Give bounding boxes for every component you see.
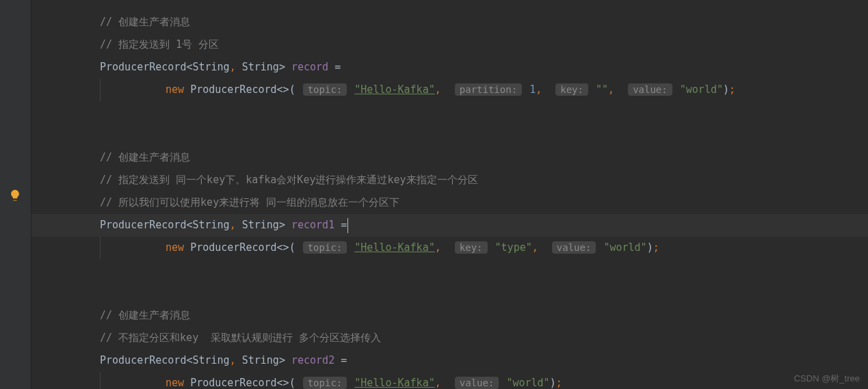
gutter — [0, 0, 31, 389]
code-line[interactable]: new ProducerRecord<>( topic: "Hello-Kafk… — [31, 79, 868, 101]
param-hint: partition: — [455, 83, 522, 96]
code-line[interactable] — [31, 124, 868, 146]
param-hint: value: — [455, 377, 499, 389]
code-line[interactable]: // 创建生产者消息 — [31, 11, 868, 33]
param-hint: value: — [628, 83, 672, 96]
code-line[interactable]: ProducerRecord<String, String> record1 = — [31, 214, 868, 237]
code-line[interactable]: // 不指定分区和key 采取默认规则进行 多个分区选择传入 — [31, 327, 868, 349]
param-hint: topic: — [303, 83, 347, 96]
param-hint: topic: — [303, 241, 347, 254]
code-line[interactable]: ProducerRecord<String, String> record2 = — [31, 349, 868, 372]
code-line[interactable]: ProducerRecord<String, String> record = — [31, 56, 868, 79]
code-line[interactable] — [31, 101, 868, 124]
code-line[interactable]: new ProducerRecord<>( topic: "Hello-Kafk… — [31, 372, 868, 389]
code-line[interactable]: new ProducerRecord<>( topic: "Hello-Kafk… — [31, 237, 868, 259]
param-hint: topic: — [303, 377, 347, 389]
code-editor[interactable]: // 创建生产者消息// 指定发送到 1号 分区ProducerRecord<S… — [31, 0, 868, 389]
code-line[interactable]: // 创建生产者消息 — [31, 304, 868, 327]
code-line[interactable]: // 所以我们可以使用key来进行将 同一组的消息放在一个分区下 — [31, 191, 868, 214]
lightbulb-icon[interactable] — [8, 189, 22, 202]
code-line[interactable]: // 创建生产者消息 — [31, 146, 868, 169]
param-hint: value: — [552, 241, 596, 254]
code-line[interactable] — [31, 282, 868, 304]
param-hint: key: — [555, 83, 588, 96]
code-line[interactable]: // 指定发送到 同一个key下。kafka会对Key进行操作来通过key来指定… — [31, 169, 868, 191]
watermark: CSDN @树_tree — [794, 373, 860, 385]
code-line[interactable] — [31, 259, 868, 282]
param-hint: key: — [455, 241, 488, 254]
code-line[interactable]: // 指定发送到 1号 分区 — [31, 33, 868, 56]
